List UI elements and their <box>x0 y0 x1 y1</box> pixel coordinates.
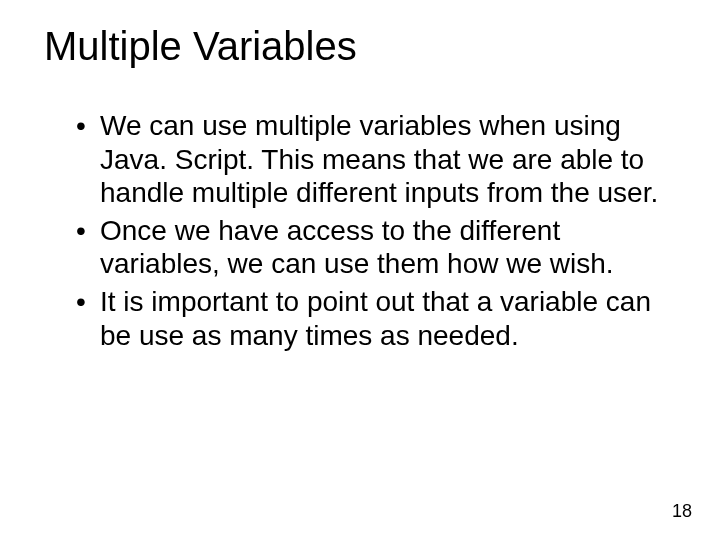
bullet-item: Once we have access to the different var… <box>76 214 672 281</box>
bullet-list: We can use multiple variables when using… <box>48 109 672 352</box>
page-number: 18 <box>672 501 692 522</box>
bullet-item: We can use multiple variables when using… <box>76 109 672 210</box>
bullet-item: It is important to point out that a vari… <box>76 285 672 352</box>
slide: Multiple Variables We can use multiple v… <box>0 0 720 540</box>
slide-title: Multiple Variables <box>44 24 672 69</box>
